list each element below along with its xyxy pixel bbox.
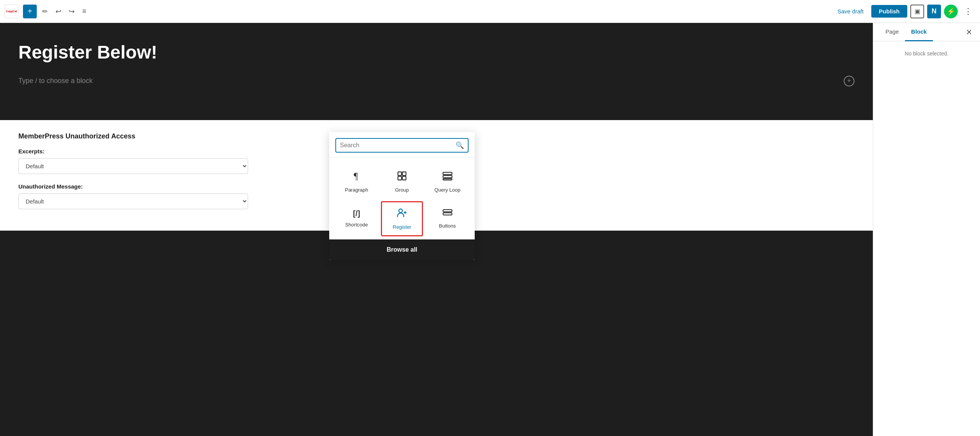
sidebar-tabs: Page Block ✕ [873,23,980,41]
inline-add-button[interactable]: + [844,76,854,86]
undo-button[interactable]: ↩ [53,5,64,18]
svg-rect-12 [443,213,452,215]
svg-rect-3 [398,176,401,180]
toolbar: CopyCat + ✏ ↩ ↪ ≡ Save draft Publish ▣ N… [0,0,980,23]
unauthorized-message-select[interactable]: Default [18,194,248,209]
svg-rect-7 [443,179,452,180]
svg-rect-5 [443,172,452,175]
block-item-paragraph[interactable]: ¶Paragraph [335,165,378,198]
editor-content: Register Below! Type / to choose a block… [0,23,873,120]
excerpts-select[interactable]: Default [18,158,248,174]
svg-point-8 [399,209,402,213]
paragraph-label: Paragraph [345,187,368,193]
redo-button[interactable]: ↪ [67,5,77,18]
group-label: Group [395,187,409,193]
query-loop-label: Query Loop [434,187,461,193]
n-badge[interactable]: N [927,5,941,18]
svg-text:¶: ¶ [354,171,358,181]
block-placeholder: Type / to choose a block + [18,76,854,86]
search-input-wrap: 🔍 [335,138,469,153]
add-block-button[interactable]: + [23,5,37,18]
tab-block[interactable]: Block [905,23,933,41]
more-options-button[interactable]: ⋮ [961,5,975,18]
tab-page[interactable]: Page [879,23,905,41]
editor-area: Register Below! Type / to choose a block… [0,23,873,436]
block-picker-popup: 🔍 ¶ParagraphGroupQuery Loop[/]ShortcodeR… [329,132,475,260]
buttons-icon [442,207,453,220]
edit-mode-button[interactable]: ✏ [40,5,50,18]
publish-button[interactable]: Publish [871,5,907,18]
popup-search-row: 🔍 [329,132,475,158]
block-item-group[interactable]: Group [381,165,423,198]
sidebar-body: No block selected. [873,41,980,436]
svg-rect-11 [443,210,452,212]
block-item-shortcode[interactable]: [/]Shortcode [335,201,378,236]
query-loop-icon [442,171,453,184]
register-icon [397,208,407,221]
block-item-register[interactable]: Register [381,201,423,236]
group-icon [397,171,407,184]
svg-rect-1 [398,172,401,176]
register-label: Register [393,224,411,230]
document-overview-button[interactable]: ≡ [80,5,89,18]
search-icon: 🔍 [456,141,464,150]
paragraph-icon: ¶ [351,171,362,184]
save-draft-button[interactable]: Save draft [833,6,868,17]
shortcode-label: Shortcode [345,222,368,228]
buttons-label: Buttons [439,223,456,229]
shortcode-icon: [/] [353,207,360,219]
search-input[interactable] [340,139,452,152]
block-item-query-loop[interactable]: Query Loop [426,165,469,198]
sidebar-close-button[interactable]: ✕ [964,26,974,38]
layout-toggle[interactable]: ▣ [910,5,924,18]
block-grid: ¶ParagraphGroupQuery Loop[/]ShortcodeReg… [329,158,475,239]
browse-all-button[interactable]: Browse all [329,239,475,260]
copycat-logo[interactable]: CopyCat [5,5,18,18]
svg-rect-6 [443,176,452,178]
block-item-buttons[interactable]: Buttons [426,201,469,236]
main-layout: Register Below! Type / to choose a block… [0,23,980,436]
right-sidebar: Page Block ✕ No block selected. [873,23,980,436]
page-title[interactable]: Register Below! [18,41,854,63]
svg-rect-2 [402,172,406,176]
green-status-icon[interactable]: ⚡ [944,5,958,18]
svg-rect-4 [402,176,406,180]
